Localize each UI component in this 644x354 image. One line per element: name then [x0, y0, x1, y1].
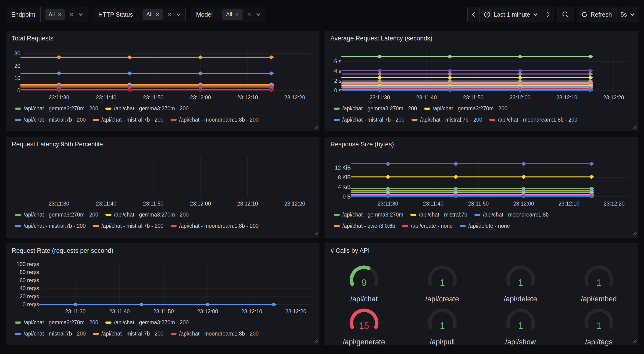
legend-item[interactable]: /api/chat - mistral:7b - 200 — [15, 116, 86, 123]
legend-item[interactable]: /api/chat - gemma3:270m - 200 — [424, 105, 508, 112]
filter-value-dropdown[interactable]: All×× — [218, 7, 265, 22]
x-axis-label: 23:11:50 — [143, 201, 164, 207]
legend-row: /api/chat - mistral:7b - 200/api/chat - … — [334, 116, 578, 123]
legend-item[interactable]: /api/chat - gemma3:270m — [334, 211, 403, 218]
x-axis-label: 23:12:00 — [190, 201, 211, 207]
time-zoom-out-button[interactable] — [558, 7, 573, 22]
x-axis-label: 23:12:10 — [237, 95, 258, 101]
legend-item[interactable]: /api/chat - gemma3:270m - 200 — [15, 211, 98, 218]
remove-value-icon[interactable]: × — [236, 12, 239, 17]
gauge-label: /api/generate — [343, 338, 385, 346]
selected-value-pill[interactable]: All× — [45, 9, 65, 20]
gauge-value: 1 — [440, 278, 445, 288]
panel-resize-handle[interactable] — [633, 231, 637, 236]
panel-resize-handle[interactable] — [314, 231, 318, 236]
data-point-marker — [588, 72, 592, 76]
panel-title[interactable]: # Calls by API — [330, 247, 370, 254]
legend-item[interactable]: /api/chat - moondream:1.8b - 200 — [170, 116, 259, 123]
legend-item[interactable]: /api/chat - gemma3:270m - 200 — [106, 105, 189, 112]
remove-value-icon[interactable]: × — [156, 12, 159, 17]
y-axis-label: 80 req/s — [20, 269, 39, 275]
time-shift-back-button[interactable] — [468, 7, 479, 22]
y-axis-label: 60 req/s — [20, 277, 39, 283]
chevron-down-icon[interactable] — [176, 12, 181, 17]
legend-item[interactable]: /api/delete - none — [460, 223, 510, 229]
x-axis-label: 23:12:10 — [558, 201, 580, 207]
chevron-down-icon[interactable] — [78, 12, 84, 17]
chevron-down-icon[interactable] — [256, 12, 261, 17]
legend-swatch — [15, 225, 21, 227]
panel-resize-handle[interactable] — [314, 125, 318, 130]
legend-item[interactable]: /api/chat - mistral:7b - 200 — [93, 330, 164, 337]
legend-item[interactable]: /api/chat - gemma3:270m - 200 — [15, 105, 98, 112]
panel-title[interactable]: Response Size (bytes) — [330, 141, 394, 148]
legend-row: /api/chat - mistral:7b - 200/api/chat - … — [15, 116, 259, 123]
legend-item[interactable]: /api/chat - gemma3:270m - 200 — [334, 105, 417, 112]
legend-label: /api/chat - mistral:7b - 200 — [342, 117, 404, 123]
filter-label: Model — [191, 7, 218, 22]
clear-selection-icon[interactable]: × — [168, 11, 171, 18]
y-axis-label: 0 B — [342, 194, 351, 200]
panel-title[interactable]: Request Rate (requests per second) — [12, 247, 113, 254]
legend-item[interactable]: /api/chat - gemma3:270m - 200 — [106, 211, 189, 218]
time-controls: Last 1 minute Refresh — [467, 7, 639, 22]
data-point-marker — [518, 76, 522, 80]
panel-title[interactable]: Average Request Latency (seconds) — [330, 35, 432, 42]
gauge-arc: 1 — [571, 264, 627, 295]
legend-swatch — [15, 333, 21, 335]
legend-item[interactable]: /api/chat - moondream:1.8b - 200 — [489, 116, 578, 123]
time-shift-forward-button[interactable] — [542, 7, 554, 22]
data-point-marker — [522, 175, 526, 179]
selected-value-text: All — [226, 11, 232, 18]
panel-title[interactable]: Request Latency 95th Percentile — [12, 141, 103, 148]
legend-item[interactable]: /api/chat - gemma3:270m - 200 — [15, 319, 98, 326]
panel-title[interactable]: Total Requests — [12, 35, 54, 42]
gauge-label: /api/tags — [585, 338, 612, 346]
legend-label: /api/delete - none — [468, 223, 510, 229]
data-point-marker — [57, 88, 61, 92]
y-axis-label: 30 — [14, 51, 20, 57]
legend-item[interactable]: /api/chat - gemma3:270m - 200 — [106, 319, 189, 326]
clear-selection-icon[interactable]: × — [70, 11, 73, 18]
legend-item[interactable]: /api/chat - mistral:7b - 200 — [334, 116, 404, 123]
x-axis-label: 23:11:50 — [143, 95, 164, 101]
legend-item[interactable]: /api/chat - mistral:7b - 200 — [93, 223, 164, 229]
panel-resize-handle[interactable] — [633, 125, 637, 130]
selected-value-pill[interactable]: All× — [142, 9, 163, 20]
clear-selection-icon[interactable]: × — [247, 11, 251, 18]
refresh-group: Refresh 5s — [577, 7, 639, 22]
legend-item[interactable]: /api/chat - moondream:1.8b — [474, 211, 549, 218]
remove-value-icon[interactable]: × — [58, 12, 61, 17]
filter-value-dropdown[interactable]: All×× — [41, 7, 88, 22]
refresh-interval-dropdown[interactable]: 5s — [616, 7, 639, 22]
gauge-api-embed: 1/api/embed — [571, 264, 627, 307]
legend-swatch — [334, 225, 340, 227]
legend-item[interactable]: /api/chat - moondream:1.8b - 200 — [170, 223, 259, 229]
panel-resize-handle[interactable] — [314, 339, 318, 344]
chevron-right-icon — [546, 12, 550, 18]
legend-item[interactable]: /api/chat - mistral:7b - 200 — [15, 223, 86, 229]
refresh-icon — [581, 11, 588, 18]
legend-label: /api/chat - mistral:7b - 200 — [24, 223, 86, 229]
panel-latency-p95: Request Latency 95th Percentile23:11:302… — [6, 137, 320, 238]
legend-item[interactable]: /api/chat - moondream:1.8b - 200 — [170, 330, 259, 337]
chevron-left-icon — [471, 12, 476, 18]
x-axis-label: 23:12:00 — [190, 95, 211, 101]
legend-label: /api/chat - mistral:7b - 200 — [102, 223, 164, 229]
data-point-marker — [386, 175, 390, 179]
legend-item[interactable]: /api/chat - mistral:7b - 200 — [412, 116, 482, 123]
legend-item[interactable]: /api/chat - mistral:7b — [410, 211, 467, 218]
data-point-marker — [518, 88, 522, 92]
legend-item[interactable]: /api/chat - qwen3:0.6b — [334, 223, 395, 229]
panel-resize-handle[interactable] — [633, 339, 637, 344]
filter-value-dropdown[interactable]: All×× — [138, 7, 185, 22]
time-range-picker[interactable]: Last 1 minute — [479, 7, 542, 22]
legend-item[interactable]: /api/chat - mistral:7b - 200 — [15, 330, 86, 337]
legend-item[interactable]: /api/chat - mistral:7b - 200 — [93, 116, 164, 123]
refresh-button[interactable]: Refresh — [577, 7, 616, 22]
gauge-value: 1 — [518, 321, 523, 331]
selected-value-pill[interactable]: All× — [222, 9, 242, 20]
legend-item[interactable]: /api/create - none — [402, 223, 452, 229]
data-point-marker — [588, 88, 592, 92]
legend-swatch — [489, 119, 496, 121]
